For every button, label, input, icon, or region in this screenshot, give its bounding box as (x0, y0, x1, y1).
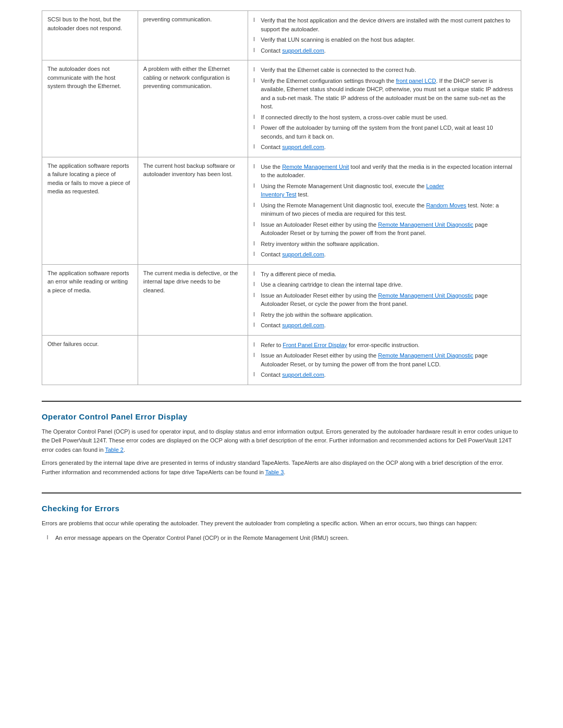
rmu-diagnostic-link[interactable]: Remote Management Unit Diagnostic (378, 221, 473, 228)
front-panel-error-link[interactable]: Front Panel Error Display (283, 342, 347, 348)
rmu-diagnostic-link[interactable]: Remote Management Unit Diagnostic (378, 352, 473, 359)
action-list: Try a different piece of media. Use a cl… (253, 269, 516, 331)
symptom-cell: SCSI bus to the host, but the autoloader… (42, 11, 138, 60)
symptom-cell: The application software reports an erro… (42, 264, 138, 335)
list-item: Issue an Autoloader Reset either by usin… (253, 219, 516, 239)
list-item: Using the Remote Management Unit diagnos… (253, 200, 516, 219)
checking-section-heading: Checking for Errors (42, 504, 521, 513)
table2-link[interactable]: Table 2 (105, 447, 123, 453)
list-item: Try a different piece of media. (253, 269, 516, 280)
action-list: Verify that the Ethernet cable is connec… (253, 65, 516, 153)
list-item: Use a cleaning cartridge to clean the in… (253, 279, 516, 290)
list-item: Power off the autoloader by turning off … (253, 122, 516, 142)
support-link[interactable]: support.dell.com (282, 322, 324, 328)
list-item: If connected directly to the host system… (253, 112, 516, 123)
checking-section: Checking for Errors Errors are problems … (42, 504, 521, 543)
cause-cell (138, 335, 248, 385)
symptom-text: The autoloader does not communicate with… (47, 66, 121, 89)
table-row: The application software reports a failu… (42, 157, 521, 264)
checking-intro: Errors are problems that occur while ope… (42, 519, 521, 528)
list-item: Refer to Front Panel Error Display for e… (253, 340, 516, 351)
list-item: Contact support.dell.com. (253, 320, 516, 331)
action-list: Verify that the host application and the… (253, 15, 516, 56)
cause-cell: preventing communication. (138, 11, 248, 60)
checking-section-body: Errors are problems that occur while ope… (42, 519, 521, 543)
action-list: Use the Remote Management Unit tool and … (253, 162, 516, 260)
symptom-text: The application software reports a failu… (47, 163, 130, 195)
table-row: SCSI bus to the host, but the autoloader… (42, 11, 521, 60)
action-list: Refer to Front Panel Error Display for e… (253, 340, 516, 380)
front-panel-lcd-link[interactable]: front panel LCD (396, 78, 436, 84)
table-row: Other failures occur. Refer to Front Pan… (42, 335, 521, 385)
list-item: Verify that LUN scanning is enabled on t… (253, 34, 516, 45)
list-item: Verify that the Ethernet cable is connec… (253, 65, 516, 76)
symptom-text: The application software reports an erro… (47, 270, 129, 293)
rmu-diagnostic-link[interactable]: Remote Management Unit Diagnostic (378, 292, 473, 299)
table-row: The application software reports an erro… (42, 264, 521, 335)
list-item: Verify the Ethernet configuration settin… (253, 76, 516, 112)
list-item: Contact support.dell.com. (253, 142, 516, 153)
list-item: Retry the job within the software applic… (253, 310, 516, 320)
troubleshooting-table: SCSI bus to the host, but the autoloader… (42, 10, 521, 385)
list-item: Contact support.dell.com. (253, 45, 516, 56)
cause-cell: A problem with either the Ethernet cabli… (138, 60, 248, 157)
cause-cell: The current media is defective, or the i… (138, 264, 248, 335)
list-item: Using the Remote Management Unit diagnos… (253, 181, 516, 200)
list-item: Issue an Autoloader Reset either by usin… (253, 290, 516, 310)
action-cell: Refer to Front Panel Error Display for e… (248, 335, 521, 385)
cause-text: The current host backup software or auto… (143, 163, 235, 178)
symptom-cell: The autoloader does not communicate with… (42, 60, 138, 157)
list-item: Contact support.dell.com. (253, 369, 516, 380)
list-item: Verify that the host application and the… (253, 15, 516, 34)
loader-inventory-link[interactable]: LoaderInventory Test (261, 183, 444, 198)
page-container: SCSI bus to the host, but the autoloader… (0, 0, 563, 559)
support-link[interactable]: support.dell.com (282, 47, 324, 54)
section-divider-2 (42, 492, 521, 493)
ocp-section-heading: Operator Control Panel Error Display (42, 412, 521, 421)
rmu-link[interactable]: Remote Management Unit (282, 164, 349, 170)
checking-list: An error message appears on the Operator… (47, 533, 521, 544)
action-cell: Try a different piece of media. Use a cl… (248, 264, 521, 335)
random-moves-link[interactable]: Random Moves (426, 202, 467, 208)
cause-text: preventing communication. (143, 16, 212, 22)
ocp-section: Operator Control Panel Error Display The… (42, 412, 521, 477)
ocp-para2: Errors generated by the internal tape dr… (42, 459, 521, 477)
list-item: Retry inventory within the software appl… (253, 239, 516, 250)
symptom-cell: Other failures occur. (42, 335, 138, 385)
cause-text: A problem with either the Ethernet cabli… (143, 66, 230, 89)
support-link[interactable]: support.dell.com (282, 372, 324, 378)
cause-cell: The current host backup software or auto… (138, 157, 248, 264)
table3-link[interactable]: Table 3 (265, 469, 284, 475)
list-item: Contact support.dell.com. (253, 249, 516, 260)
list-item: Use the Remote Management Unit tool and … (253, 162, 516, 181)
ocp-section-body: The Operator Control Panel (OCP) is used… (42, 427, 521, 477)
action-cell: Verify that the Ethernet cable is connec… (248, 60, 521, 157)
action-cell: Verify that the host application and the… (248, 11, 521, 60)
list-item: An error message appears on the Operator… (47, 533, 521, 544)
cause-text: The current media is defective, or the i… (143, 270, 238, 293)
section-divider-1 (42, 401, 521, 402)
support-link[interactable]: support.dell.com (282, 144, 324, 150)
table-row: The autoloader does not communicate with… (42, 60, 521, 157)
ocp-para1: The Operator Control Panel (OCP) is used… (42, 427, 521, 455)
list-item: Issue an Autoloader Reset either by usin… (253, 350, 516, 369)
symptom-cell: The application software reports a failu… (42, 157, 138, 264)
symptom-text: Other failures occur. (47, 341, 99, 347)
action-cell: Use the Remote Management Unit tool and … (248, 157, 521, 264)
support-link[interactable]: support.dell.com (282, 251, 324, 257)
symptom-text: SCSI bus to the host, but the autoloader… (47, 16, 122, 31)
